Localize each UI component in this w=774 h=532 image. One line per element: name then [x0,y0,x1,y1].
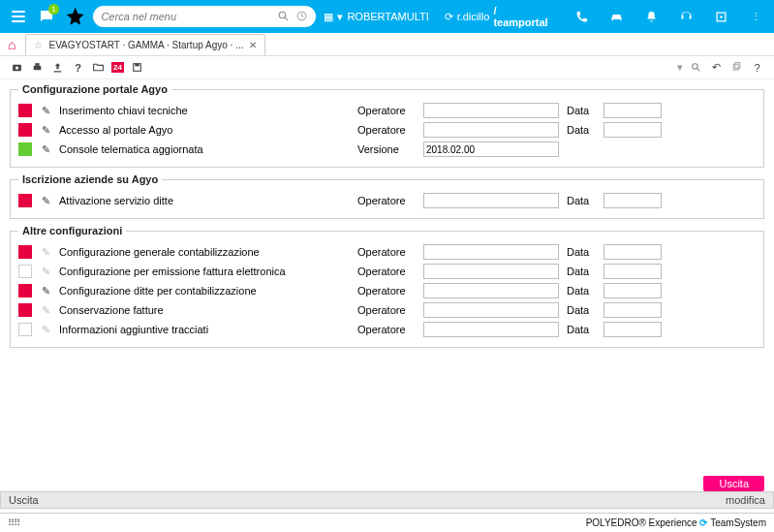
col1-input[interactable] [423,103,559,118]
col1-input[interactable] [423,302,559,318]
phone-button[interactable] [571,6,592,27]
edit-icon[interactable]: ✎ [40,266,51,278]
close-icon[interactable]: ✕ [249,40,257,50]
uscita-button[interactable]: Uscita [703,476,764,491]
search-input[interactable] [101,11,271,22]
dots-icon: ⋮ [751,11,761,23]
bottom-buttons: Uscita [0,476,774,491]
print-button[interactable] [30,60,45,75]
svg-rect-7 [35,63,39,66]
messages-button[interactable]: 1 [36,6,56,27]
edit-icon[interactable]: ✎ [40,324,51,336]
col2-label: Data [567,124,596,136]
col2-label: Data [567,105,596,116]
tab-title: EVAGYOSTART · GAMMA · Startup Agyo · ... [48,40,243,50]
user-menu[interactable]: ▦ ▾ ROBERTAMULTI [324,11,428,23]
edit-icon[interactable]: ✎ [40,246,51,259]
support-button[interactable] [675,6,697,27]
svg-point-5 [15,66,18,69]
col2-input[interactable] [604,122,662,138]
col1-label: Operatore [357,246,416,258]
col1-input[interactable] [423,283,559,298]
dropdown-toggle[interactable]: ▾ [677,61,683,74]
edit-icon[interactable]: ✎ [40,105,51,117]
toolbar-help[interactable]: ? [750,60,764,75]
edit-icon[interactable]: ✎ [40,143,51,156]
expand-button[interactable] [710,6,731,27]
context-prefix: r.dicillo [457,11,490,22]
hamburger-icon [12,16,25,17]
edit-icon[interactable]: ✎ [40,124,51,137]
tab-evagyostart[interactable]: ☆ EVAGYOSTART · GAMMA · Startup Agyo · .… [25,34,265,55]
section: Iscrizione aziende su Agyo✎Attivazione s… [10,173,764,219]
config-row: ✎Informazioni aggiuntive tracciatiOperat… [18,320,756,339]
star-icon [65,6,85,26]
status-indicator [18,123,32,137]
headset-icon [679,10,694,24]
col1-input[interactable] [423,244,559,260]
more-button[interactable]: ⋮ [745,6,766,27]
section-legend: Configurazione portale Agyo [18,83,171,95]
help-button[interactable]: ? [71,60,85,75]
status-indicator [18,245,32,259]
camera-button[interactable] [10,60,24,75]
upload-button[interactable] [50,60,65,75]
col2-input[interactable] [604,103,662,118]
col1-label: Operatore [357,324,416,335]
status-bar: Uscita modifica [0,491,774,509]
find-button[interactable] [689,60,703,75]
row-label: Configurazione per emissione fattura ele… [59,266,350,277]
home-button[interactable]: ⌂ [8,37,15,52]
col2-label: Data [567,304,596,316]
section-legend: Altre configurazioni [18,225,126,236]
favorite-button[interactable] [65,6,85,27]
col2-label: Data [567,246,596,258]
menu-button[interactable] [8,6,28,27]
search-box[interactable] [93,6,316,27]
edit-icon[interactable]: ✎ [40,304,51,317]
clock-icon[interactable] [295,10,308,24]
svg-line-11 [697,69,700,72]
apps-icon[interactable]: ⠿⠿ [8,517,19,528]
bell-button[interactable] [640,6,662,27]
col1-input[interactable] [423,141,559,157]
col2-input[interactable] [604,283,662,298]
status-indicator [18,284,32,297]
folder-button[interactable] [91,60,106,75]
car-button[interactable] [605,6,627,27]
edit-icon[interactable]: ✎ [40,285,51,297]
context-switcher[interactable]: ⟳ r.dicillo / teamportal [445,5,551,28]
messages-badge: 1 [48,4,59,15]
main-content: Configurazione portale Agyo✎Inserimento … [0,79,774,358]
col1-input[interactable] [423,264,559,279]
badge-24[interactable]: 24 [111,62,124,73]
edit-icon[interactable]: ✎ [40,195,51,207]
col1-label: Operatore [357,304,416,316]
search-icon[interactable] [277,10,290,24]
copy-button[interactable] [729,60,744,75]
svg-rect-6 [34,66,42,70]
section: Configurazione portale Agyo✎Inserimento … [10,83,764,168]
col1-label: Operatore [357,285,416,297]
col2-label: Data [567,195,596,206]
config-row: ✎Accesso al portale AgyoOperatoreData [18,120,756,140]
config-row: ✎Configurazione ditte per contabilizzazi… [18,281,756,300]
svg-rect-12 [733,64,738,70]
col2-input[interactable] [604,244,662,260]
status-indicator [18,142,32,156]
col2-input[interactable] [604,193,662,208]
config-row: ✎Configurazione per emissione fattura el… [18,262,756,281]
undo-button[interactable]: ↶ [709,60,724,75]
col2-input[interactable] [604,264,662,279]
col1-input[interactable] [423,122,559,138]
footer: ⠿⠿ POLYEDRO® Experience ⟳ TeamSystem [0,513,774,532]
col2-input[interactable] [604,302,662,318]
col2-input[interactable] [604,322,662,337]
col1-input[interactable] [423,322,559,337]
expand-icon [714,10,728,24]
sync-icon: ⟳ [445,11,453,23]
status-left: Uscita [9,494,39,506]
config-row: ✎Configurazione generale contabilizzazio… [18,242,756,262]
col1-input[interactable] [423,193,559,208]
save-button[interactable] [130,60,144,75]
